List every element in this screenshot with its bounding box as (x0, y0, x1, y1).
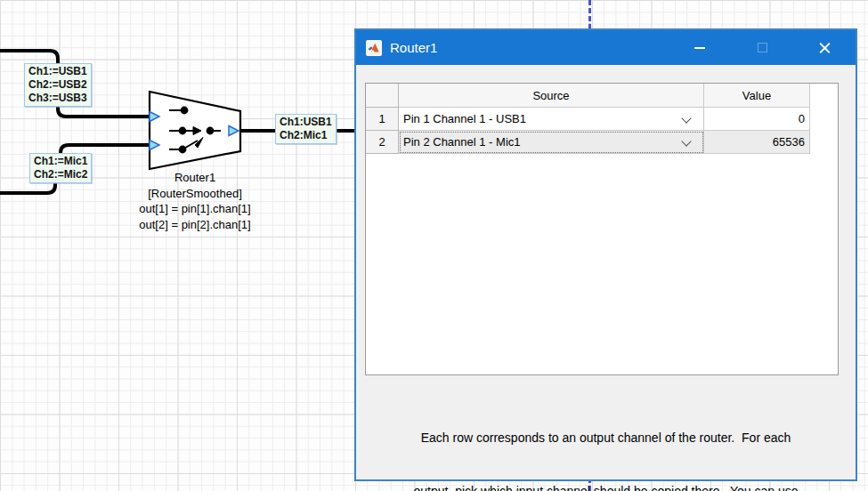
minimize-icon[interactable] (669, 30, 731, 65)
source-dropdown-value: Pin 1 Channel 1 - USB1 (403, 112, 526, 125)
input-channel-label-mic[interactable]: Ch1:=Mic1 Ch2:=Mic2 (29, 153, 92, 183)
table-header-row: Source Value (366, 84, 838, 108)
close-icon[interactable] (793, 30, 856, 65)
label-line: Ch2:=Mic2 (34, 168, 87, 181)
dialog-title: Router1 (390, 40, 437, 55)
block-equation-2: out[2] = pin[2].chan[1] (88, 217, 302, 233)
table-row: 1 Pin 1 Channel 1 - USB1 0 (366, 108, 838, 131)
row-number-cell[interactable]: 2 (366, 131, 399, 154)
chevron-down-icon[interactable] (683, 115, 691, 123)
chevron-down-icon[interactable] (683, 138, 691, 146)
schematic-canvas: Ch1:=USB1 Ch2:=USB2 Ch3:=USB3 Ch1:=Mic1 … (0, 0, 868, 491)
router1-dialog: Router1 Source Value 1 Pin 1 Channel 1 -… (354, 28, 857, 481)
dialog-help-text: Each row corresponds to an output channe… (356, 393, 856, 491)
label-line: Ch1:=USB1 (28, 65, 87, 78)
input-channel-label-usb[interactable]: Ch1:=USB1 Ch2:=USB2 Ch3:=USB3 (24, 63, 92, 107)
output-channel-label[interactable]: Ch1:USB1 Ch2:Mic1 (275, 114, 337, 144)
source-dropdown[interactable]: Pin 2 Channel 1 - Mic1 (399, 131, 704, 154)
help-text-line: output, pick which input channel should … (356, 482, 856, 491)
maximize-icon (731, 30, 793, 65)
row-number-cell[interactable]: 1 (366, 108, 399, 131)
help-text-line: Each row corresponds to an output channe… (356, 429, 856, 447)
label-line: Ch1:USB1 (280, 116, 332, 129)
router-block-caption: Router1 [RouterSmoothed] out[1] = pin[1]… (88, 170, 302, 232)
label-line: Ch3:=USB3 (28, 92, 87, 105)
source-column-header: Source (399, 84, 704, 108)
label-line: Ch2:=USB2 (28, 78, 87, 92)
value-cell[interactable]: 0 (704, 108, 810, 131)
header-filler (810, 84, 838, 108)
corner-header-cell (366, 84, 399, 108)
label-line: Ch1:=Mic1 (34, 155, 87, 168)
channel-routing-table: Source Value 1 Pin 1 Channel 1 - USB1 0 … (365, 83, 839, 375)
block-name: Router1 (88, 170, 302, 186)
dialog-titlebar[interactable]: Router1 (356, 30, 856, 65)
value-cell[interactable]: 65536 (704, 131, 810, 154)
source-dropdown[interactable]: Pin 1 Channel 1 - USB1 (399, 108, 704, 131)
table-row: 2 Pin 2 Channel 1 - Mic1 65536 (366, 131, 838, 154)
value-column-header: Value (704, 84, 810, 108)
block-equation-1: out[1] = pin[1].chan[1] (88, 201, 302, 217)
matlab-logo-icon[interactable] (366, 40, 382, 56)
block-type: [RouterSmoothed] (88, 186, 302, 202)
row-filler (810, 108, 838, 131)
source-dropdown-value: Pin 2 Channel 1 - Mic1 (403, 135, 521, 149)
label-line: Ch2:Mic1 (280, 129, 332, 142)
row-filler (810, 131, 838, 154)
